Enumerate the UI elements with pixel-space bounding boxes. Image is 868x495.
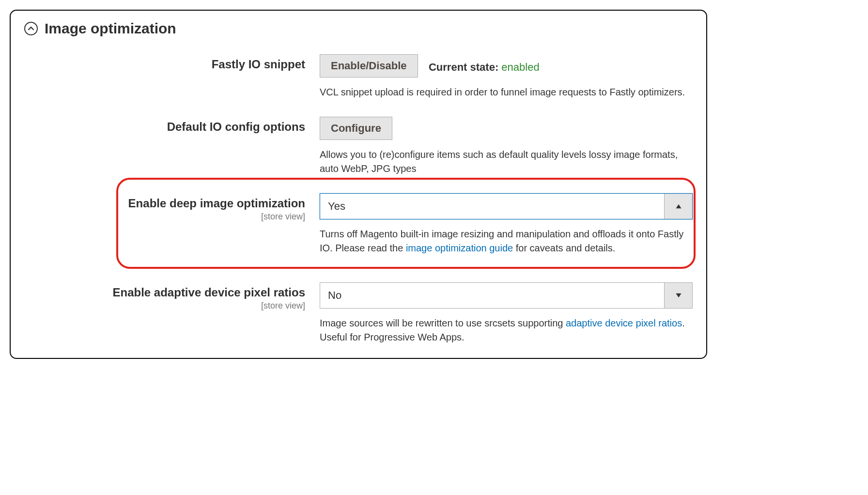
panel-title: Image optimization <box>45 20 176 37</box>
label-col: Default IO config options <box>24 117 320 134</box>
select-value: No <box>320 283 664 308</box>
select-arrow <box>664 283 692 308</box>
help-text: Image sources will be rewritten to use s… <box>320 316 688 344</box>
collapse-icon[interactable] <box>24 22 38 35</box>
label-col: Enable adaptive device pixel ratios [sto… <box>24 282 320 311</box>
svg-marker-1 <box>676 294 681 297</box>
triangle-up-icon <box>675 203 682 210</box>
scope-label: [store view] <box>24 212 305 222</box>
select-value: Yes <box>320 194 664 219</box>
field-adaptive-pixel-ratios: Enable adaptive device pixel ratios [sto… <box>24 282 693 344</box>
help-post: for caveats and details. <box>513 243 615 253</box>
help-text: VCL snippet upload is required in order … <box>320 85 688 99</box>
scope-label: [store view] <box>24 301 305 311</box>
value-col: Configure Allows you to (re)configure it… <box>320 117 693 176</box>
image-optimization-panel: Image optimization Fastly IO snippet Ena… <box>10 10 707 359</box>
select-arrow <box>664 194 692 219</box>
value-col: Yes Turns off Magento built-in image res… <box>320 193 693 255</box>
panel-header: Image optimization <box>24 20 693 37</box>
field-deep-image-optimization: Enable deep image optimization [store vi… <box>24 193 693 255</box>
value-col: Enable/Disable Current state: enabled VC… <box>320 54 693 99</box>
label-col: Enable deep image optimization [store vi… <box>24 193 320 222</box>
chevron-up-icon <box>28 25 34 32</box>
state-value: enabled <box>501 61 539 73</box>
enable-disable-button[interactable]: Enable/Disable <box>320 54 418 77</box>
current-state: Current state: enabled <box>429 61 540 74</box>
value-col: No Image sources will be rewritten to us… <box>320 282 693 344</box>
help-text: Turns off Magento built-in image resizin… <box>320 227 688 255</box>
state-label: Current state: <box>429 61 498 73</box>
triangle-down-icon <box>675 292 682 299</box>
field-default-io-config: Default IO config options Configure Allo… <box>24 117 693 176</box>
field-label: Enable deep image optimization <box>128 197 305 210</box>
field-label: Default IO config options <box>167 120 305 133</box>
field-label: Enable adaptive device pixel ratios <box>113 286 306 299</box>
help-text: Allows you to (re)configure items such a… <box>320 148 688 176</box>
field-label: Fastly IO snippet <box>212 58 305 71</box>
adaptive-pixel-select[interactable]: No <box>320 282 693 309</box>
help-pre: Image sources will be rewritten to use s… <box>320 318 566 328</box>
adaptive-pixel-ratios-link[interactable]: adaptive device pixel ratios <box>566 318 682 328</box>
deep-optimization-select[interactable]: Yes <box>320 193 693 219</box>
label-col: Fastly IO snippet <box>24 54 320 72</box>
image-optimization-guide-link[interactable]: image optimization guide <box>406 243 513 253</box>
svg-marker-0 <box>676 204 681 208</box>
configure-button[interactable]: Configure <box>320 117 392 140</box>
field-fastly-io-snippet: Fastly IO snippet Enable/Disable Current… <box>24 54 693 99</box>
